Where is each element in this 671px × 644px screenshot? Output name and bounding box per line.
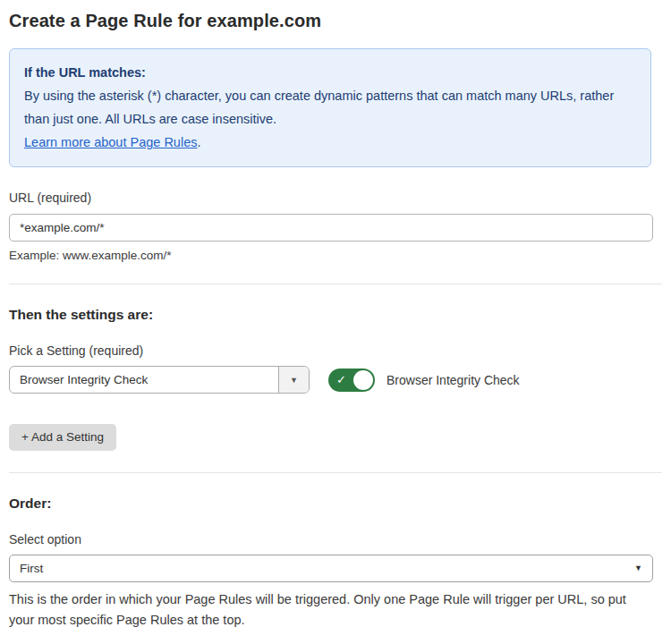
add-setting-button[interactable]: + Add a Setting [9,424,116,451]
url-input[interactable] [9,214,653,242]
url-example-text: Example: www.example.com/* [9,249,662,262]
setting-row: Browser Integrity Check ▼ ✓ Browser Inte… [9,366,662,394]
learn-more-link[interactable]: Learn more about Page Rules [24,135,197,149]
url-field-label: URL (required) [9,191,662,205]
setting-toggle-group: ✓ Browser Integrity Check [328,369,520,392]
divider [9,472,662,473]
toggle-knob [353,370,373,390]
pick-setting-label: Pick a Setting (required) [9,343,662,358]
chevron-down-icon[interactable]: ▼ [278,367,309,393]
check-icon: ✓ [336,372,346,388]
info-box-link-line: Learn more about Page Rules. [24,131,636,154]
settings-section-heading: Then the settings are: [9,307,662,323]
info-box-body: By using the asterisk (*) character, you… [24,84,636,131]
browser-integrity-toggle[interactable]: ✓ [328,369,375,392]
toggle-label: Browser Integrity Check [386,373,520,387]
link-suffix: . [197,135,200,149]
create-page-rule-panel: Create a Page Rule for example.com If th… [0,0,671,644]
setting-select-value: Browser Integrity Check [10,367,278,393]
order-select-value: First [20,562,43,575]
order-select-label: Select option [9,532,662,547]
order-description: This is the order in which your Page Rul… [9,589,653,631]
setting-select[interactable]: Browser Integrity Check ▼ [9,366,310,394]
divider [9,284,662,284]
url-match-info-box: If the URL matches: By using the asteris… [9,48,651,167]
order-section-heading: Order: [9,496,662,512]
chevron-down-icon: ▼ [634,564,642,572]
order-select[interactable]: First ▼ [9,555,653,582]
info-box-heading: If the URL matches: [24,61,636,84]
page-title: Create a Page Rule for example.com [9,11,662,31]
